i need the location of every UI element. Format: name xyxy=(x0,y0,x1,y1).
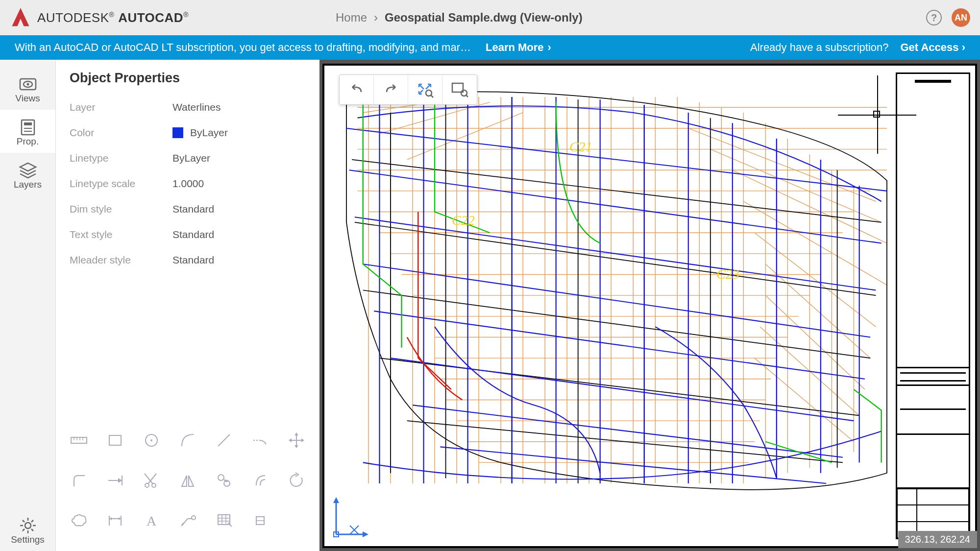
svg-line-54 xyxy=(466,95,468,97)
learn-more-link[interactable]: Learn More› xyxy=(486,41,551,54)
line-tool-icon[interactable] xyxy=(207,425,241,456)
zoom-window-icon[interactable] xyxy=(442,75,477,104)
side-rail: Views Prop. Layers Settings xyxy=(0,60,56,551)
zoom-extents-icon[interactable] xyxy=(408,75,442,104)
gear-icon xyxy=(18,517,38,534)
views-icon xyxy=(18,75,38,93)
rail-properties[interactable]: Prop. xyxy=(0,110,55,153)
svg-rect-3 xyxy=(22,120,34,135)
svg-line-12 xyxy=(23,520,24,522)
mirror-tool-icon[interactable] xyxy=(171,465,205,496)
measure-tool-icon[interactable] xyxy=(62,425,96,456)
svg-rect-16 xyxy=(71,437,87,443)
empty-tool-slot xyxy=(279,505,314,536)
dimension-tool-icon[interactable] xyxy=(98,505,132,536)
help-icon[interactable]: ? xyxy=(926,10,942,25)
prop-row-text-style[interactable]: Text style Standard xyxy=(70,222,306,247)
prop-row-mleader-style[interactable]: Mleader style Standard xyxy=(70,247,306,273)
prop-row-linetype[interactable]: Linetype ByLayer xyxy=(70,145,306,171)
revcloud-tool-icon[interactable] xyxy=(62,505,96,536)
nav-toolbar xyxy=(339,74,477,105)
svg-rect-21 xyxy=(109,435,121,445)
breadcrumb-separator: › xyxy=(374,11,378,24)
rotate-tool-icon[interactable] xyxy=(279,465,314,496)
breadcrumb-home[interactable]: Home xyxy=(336,11,367,24)
logo-area: AUTODESK® AUTOCAD® xyxy=(10,7,189,28)
avatar[interactable]: AN xyxy=(952,8,970,27)
properties-icon xyxy=(18,119,38,136)
table-tool-icon[interactable] xyxy=(207,505,241,536)
prop-row-dim-style[interactable]: Dim style Standard xyxy=(70,196,306,222)
layers-icon xyxy=(18,162,38,179)
redo-icon[interactable] xyxy=(374,75,408,104)
rail-settings[interactable]: Settings xyxy=(0,508,55,551)
polyline-tool-icon[interactable] xyxy=(243,425,277,456)
breadcrumb-current: Geospatial Sample.dwg (View-only) xyxy=(385,11,583,24)
leader-tool-icon[interactable] xyxy=(171,505,205,536)
header-right: ? AN xyxy=(926,8,970,27)
rectangle-tool-icon[interactable] xyxy=(98,425,132,456)
svg-rect-4 xyxy=(24,122,32,125)
extend-tool-icon[interactable] xyxy=(98,465,132,496)
svg-line-48 xyxy=(426,84,431,89)
map-annotation: C23 xyxy=(716,266,739,282)
ucs-icon xyxy=(331,495,370,539)
svg-text:A: A xyxy=(147,513,157,528)
undo-icon[interactable] xyxy=(340,75,374,104)
svg-line-15 xyxy=(23,529,24,531)
map-annotation: C21 xyxy=(569,139,592,155)
color-swatch xyxy=(172,127,183,138)
autodesk-logo-icon xyxy=(10,7,31,28)
main-area: Views Prop. Layers Settings Object Prope… xyxy=(0,60,980,551)
brand-text: AUTODESK® AUTOCAD® xyxy=(37,10,189,25)
canvas-wrap: C21 C22 C23 326.13, 262.24 xyxy=(319,60,980,551)
svg-line-47 xyxy=(419,84,424,89)
map-annotation: C22 xyxy=(452,213,475,228)
title-block xyxy=(896,72,970,539)
offset-tool-icon[interactable] xyxy=(243,465,277,496)
promo-text: With an AutoCAD or AutoCAD LT subscripti… xyxy=(15,41,471,54)
svg-point-2 xyxy=(26,83,29,86)
prop-row-linetype-scale[interactable]: Linetype scale 1.0000 xyxy=(70,171,306,196)
copy-tool-icon[interactable] xyxy=(207,465,241,496)
drawing-canvas[interactable]: C21 C22 C23 xyxy=(322,64,977,548)
svg-line-13 xyxy=(31,529,33,531)
trim-tool-icon[interactable] xyxy=(134,465,169,496)
erase-tool-icon[interactable] xyxy=(243,505,277,536)
arc-tool-icon[interactable] xyxy=(171,425,205,456)
breadcrumb: Home › Geospatial Sample.dwg (View-only) xyxy=(336,11,583,24)
svg-point-7 xyxy=(25,523,31,528)
panel-title: Object Properties xyxy=(56,60,319,95)
move-tool-icon[interactable] xyxy=(279,425,314,456)
drawing-content xyxy=(324,66,975,546)
svg-point-39 xyxy=(192,516,196,520)
subscription-prompt: Already have a subscription? xyxy=(750,41,889,54)
svg-line-24 xyxy=(218,434,230,446)
rail-views[interactable]: Views xyxy=(0,67,55,110)
fillet-tool-icon[interactable] xyxy=(62,465,96,496)
svg-point-23 xyxy=(150,439,152,441)
rail-layers[interactable]: Layers xyxy=(0,153,55,196)
prop-row-layer[interactable]: Layer Waterlines xyxy=(70,95,306,120)
svg-point-33 xyxy=(218,475,224,480)
text-tool-icon[interactable]: A xyxy=(134,505,169,536)
tool-grid: A xyxy=(56,415,319,551)
svg-line-51 xyxy=(431,95,433,97)
svg-line-14 xyxy=(31,520,33,522)
coordinate-readout: 326.13, 262.24 xyxy=(898,531,977,548)
circle-tool-icon[interactable] xyxy=(134,425,169,456)
get-access-link[interactable]: Get Access › xyxy=(901,41,966,54)
prop-row-color[interactable]: Color ByLayer xyxy=(70,120,306,145)
properties-panel: Object Properties Layer Waterlines Color… xyxy=(56,60,319,551)
promo-banner: With an AutoCAD or AutoCAD LT subscripti… xyxy=(0,35,980,60)
app-header: AUTODESK® AUTOCAD® Home › Geospatial Sam… xyxy=(0,0,980,35)
